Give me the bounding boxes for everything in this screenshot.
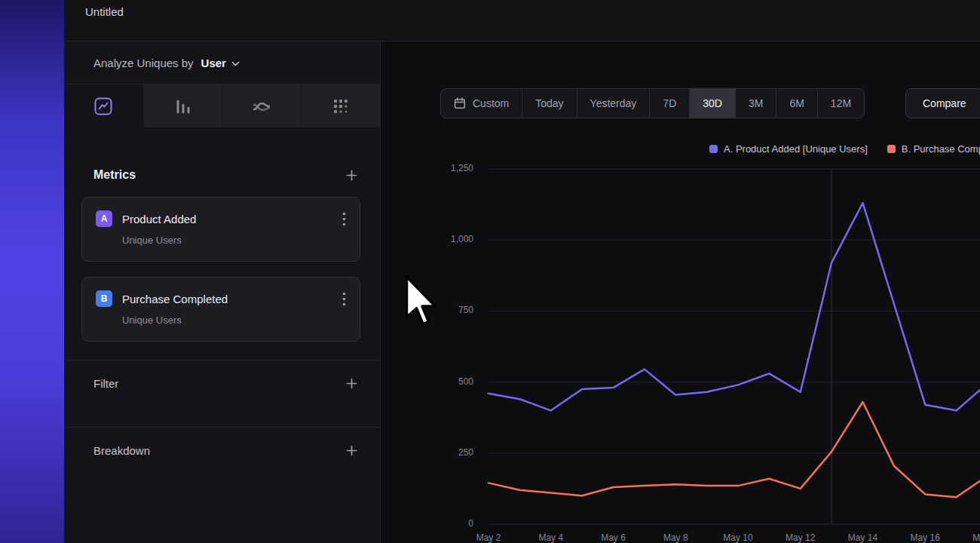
y-tick-label: 500: [412, 376, 473, 387]
add-metric-button[interactable]: [346, 170, 357, 181]
view-tabs: [64, 84, 380, 127]
analyze-by-row: Analyze Uniques by User: [64, 41, 380, 84]
chart-legend: A. Product Added [Unique Users]B. Purcha…: [709, 143, 980, 155]
tab-retention[interactable]: [301, 84, 380, 127]
x-tick-label: May 8: [651, 532, 700, 543]
flows-icon: [252, 97, 271, 116]
range-12m[interactable]: 12M: [817, 89, 864, 118]
analyze-by-value[interactable]: User: [201, 57, 226, 69]
chart-svg: [488, 169, 980, 524]
range-yesterday[interactable]: Yesterday: [577, 89, 650, 118]
mouse-cursor: [405, 274, 439, 330]
line-chart[interactable]: [488, 169, 980, 524]
bar-chart-icon: [173, 97, 193, 116]
metric-measurement[interactable]: Unique Users: [122, 314, 346, 326]
x-tick-label: May 4: [527, 532, 575, 543]
metrics-heading: Metrics: [93, 168, 136, 182]
add-filter-button[interactable]: [346, 378, 357, 389]
legend-swatch: [709, 145, 718, 153]
metrics-header: Metrics: [93, 168, 357, 182]
metric-options-icon[interactable]: [342, 292, 346, 306]
plus-icon: [346, 170, 357, 181]
retention-grid-icon: [331, 97, 351, 116]
range-30d[interactable]: 30D: [689, 89, 735, 118]
tab-bar-report[interactable]: [143, 84, 222, 127]
x-tick-label: May 16: [901, 532, 949, 543]
left-gradient-strip: [0, 0, 64, 543]
topbar: Untitled: [64, 0, 980, 41]
calendar-icon: [454, 97, 466, 109]
app-root: Untitled Analyze Uniques by User: [0, 0, 980, 543]
insights-chart-icon: [93, 97, 113, 116]
x-tick-label: May 10: [714, 532, 762, 543]
x-tick-label: May 6: [590, 532, 638, 543]
legend-item[interactable]: A. Product Added [Unique Users]: [709, 143, 868, 155]
range-custom[interactable]: Custom: [441, 89, 522, 118]
y-tick-label: 0: [412, 518, 473, 529]
analyze-by-label: Analyze Uniques by: [93, 57, 194, 69]
date-range-group: CustomTodayYesterday7D30D3M6M12M: [440, 88, 865, 118]
breakdown-label: Breakdown: [93, 444, 150, 457]
breakdown-section-row: Breakdown: [64, 428, 380, 473]
compare-button[interactable]: Compare: [905, 88, 980, 118]
metric-measurement[interactable]: Unique Users: [122, 235, 346, 246]
metric-card-a[interactable]: A Product Added Unique Users: [81, 197, 360, 262]
chart-panel: CustomTodayYesterday7D30D3M6M12M Compare…: [381, 41, 980, 543]
legend-swatch: [887, 145, 896, 153]
metric-card-b[interactable]: B Purchase Completed Unique Users: [81, 277, 360, 342]
range-3m[interactable]: 3M: [735, 89, 776, 118]
range-7d[interactable]: 7D: [649, 89, 689, 118]
range-today[interactable]: Today: [522, 89, 576, 118]
add-breakdown-button[interactable]: [346, 445, 357, 456]
legend-label: A. Product Added [Unique Users]: [724, 143, 868, 155]
metric-title[interactable]: Purchase Completed: [122, 293, 228, 305]
y-tick-label: 1,000: [412, 234, 473, 244]
x-tick-label: May 14: [839, 532, 887, 543]
tab-insights[interactable]: [64, 84, 143, 127]
filter-section-row: Filter: [64, 360, 380, 406]
series-b-badge: B: [96, 290, 112, 307]
chevron-down-icon[interactable]: [231, 61, 240, 66]
range-6m[interactable]: 6M: [776, 89, 816, 118]
series-a-badge: A: [96, 210, 112, 227]
tab-flows[interactable]: [222, 84, 302, 127]
y-tick-label: 250: [412, 447, 473, 458]
report-title[interactable]: Untitled: [85, 5, 124, 18]
legend-item[interactable]: B. Purchase Completed [Unique Users]: [887, 143, 980, 155]
legend-label: B. Purchase Completed [Unique Users]: [902, 143, 980, 155]
metric-options-icon[interactable]: [342, 212, 346, 226]
metric-title[interactable]: Product Added: [122, 213, 196, 225]
x-tick-label: May 2: [464, 532, 513, 543]
plus-icon: [346, 378, 357, 389]
x-tick-label: May 12: [776, 532, 825, 543]
y-tick-label: 1,250: [412, 163, 473, 173]
x-tick-label: May 18: [963, 532, 980, 543]
plus-icon: [346, 445, 357, 456]
sidebar: Analyze Uniques by User: [64, 41, 381, 543]
filter-label: Filter: [93, 377, 118, 390]
